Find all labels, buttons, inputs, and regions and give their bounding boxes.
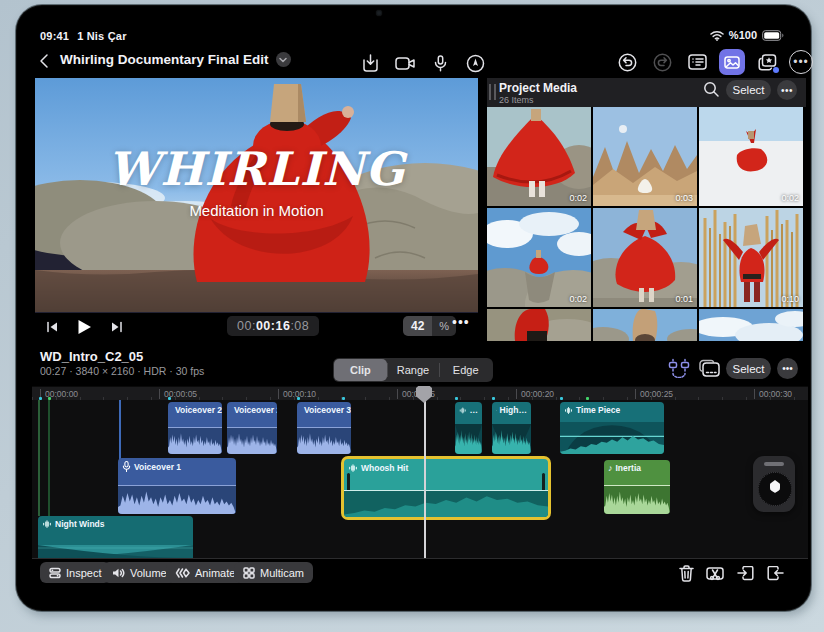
- timeline-clip-night-winds[interactable]: Night Winds: [38, 516, 193, 558]
- panel-title: Project Media: [499, 81, 577, 95]
- media-thumbnail[interactable]: 0:03: [593, 107, 697, 206]
- record-voiceover-icon[interactable]: [427, 50, 453, 76]
- jog-pointer: [770, 480, 780, 493]
- media-thumbnail[interactable]: 0:02: [487, 107, 591, 206]
- timeline-clip-whoosh-hit-selected[interactable]: Whoosh Hit: [341, 456, 551, 520]
- inspect-label: Inspect: [66, 567, 101, 579]
- timeline-tracks[interactable]: Voiceover 2 Voiceover 2 Voiceover 3 … Hi…: [32, 400, 808, 558]
- clip-duration: 0:10: [781, 294, 799, 304]
- footer-divider: [32, 558, 808, 559]
- video-title-overlay: WHIRLING: [35, 142, 478, 196]
- timeline-clip-name: WD_Intro_C2_05: [40, 349, 143, 364]
- title-menu-button[interactable]: [276, 52, 291, 67]
- effects-browser-icon[interactable]: [754, 49, 780, 75]
- ruler-label: 00:00:00: [40, 389, 78, 399]
- timeline-select-button[interactable]: Select: [726, 358, 771, 379]
- panel-drag-handle[interactable]: [489, 84, 496, 100]
- timeline-clip-voiceover3[interactable]: Voiceover 3: [297, 402, 351, 454]
- clip-label: Time Piece: [576, 405, 620, 415]
- inspect-button[interactable]: Inspect: [40, 562, 110, 583]
- undo-icon[interactable]: [614, 49, 640, 75]
- timeline-clip-inertia[interactable]: ♪Inertia: [604, 460, 670, 514]
- clip-label: Voiceover 2: [175, 405, 222, 415]
- timeline-clip-time-piece[interactable]: Time Piece: [560, 402, 664, 454]
- effects-badge: [773, 67, 779, 73]
- clip-browser-icon[interactable]: [699, 359, 720, 377]
- media-thumbnail[interactable]: [699, 309, 803, 341]
- media-thumbnail[interactable]: 0:02: [699, 107, 803, 206]
- timeline-clip-sfx[interactable]: …: [455, 402, 482, 454]
- redo-icon[interactable]: [649, 49, 675, 75]
- header-center-tools: [357, 50, 488, 76]
- media-more-icon[interactable]: •••: [777, 80, 797, 100]
- connections-icon[interactable]: [668, 358, 690, 378]
- date: 1 Nis Çar: [77, 30, 127, 42]
- media-browser-icon[interactable]: [719, 49, 745, 75]
- lane-edge-line: [48, 400, 50, 516]
- animate-label: Animate: [195, 567, 235, 579]
- clip-label: Whoosh Hit: [361, 463, 408, 473]
- export-icon[interactable]: [357, 50, 383, 76]
- media-thumbnail[interactable]: 0:01: [593, 208, 697, 307]
- multicam-button[interactable]: Multicam: [234, 562, 313, 583]
- selection-mode-control: Clip Range Edge: [333, 358, 493, 382]
- search-icon[interactable]: [703, 81, 720, 98]
- device-frame: 09:41 1 Nis Çar %100 Whirling Documentar…: [0, 0, 824, 632]
- volume-label: Volume: [130, 567, 167, 579]
- header-right-tools: •••: [614, 49, 813, 75]
- timeline-clip-voiceover1[interactable]: Voiceover 1: [118, 458, 236, 514]
- media-thumbnail[interactable]: 0:02: [487, 208, 591, 307]
- ruler-label: 00:00:05: [159, 389, 197, 399]
- timeline-clip-voiceover2[interactable]: Voiceover 2: [168, 402, 222, 454]
- jog-dial[interactable]: [758, 472, 792, 506]
- mode-range[interactable]: Range: [387, 359, 440, 381]
- clip-label: High…: [500, 405, 527, 415]
- media-select-button[interactable]: Select: [726, 80, 771, 100]
- project-title-bar[interactable]: Whirling Documentary Final Edit: [60, 52, 291, 67]
- mode-edge[interactable]: Edge: [439, 359, 492, 381]
- previous-frame-icon[interactable]: [40, 315, 64, 339]
- viewer-zoom-control[interactable]: 42 %: [403, 316, 456, 336]
- back-button[interactable]: [38, 53, 50, 69]
- clip-duration: 0:02: [569, 294, 587, 304]
- clip-label: Voiceover 2: [234, 405, 277, 415]
- ruler-label: 00:00:25: [635, 389, 673, 399]
- zoom-value[interactable]: 42: [403, 316, 432, 336]
- viewer-video: WHIRLING Meditation in Motion: [35, 78, 478, 313]
- next-frame-icon[interactable]: [104, 315, 128, 339]
- viewer-more-icon[interactable]: •••: [452, 314, 470, 330]
- media-thumbnail[interactable]: 0:10: [699, 208, 803, 307]
- multicam-label: Multicam: [260, 567, 304, 579]
- append-clip-icon[interactable]: [763, 561, 787, 585]
- animate-button[interactable]: Animate: [166, 562, 244, 583]
- battery-icon: [762, 30, 784, 41]
- panel-item-count: 26 Items: [499, 95, 534, 105]
- wifi-icon: [710, 30, 724, 41]
- more-options-icon[interactable]: •••: [789, 50, 813, 74]
- pencil-tools-icon[interactable]: [462, 50, 488, 76]
- timeline-clip-high[interactable]: High…: [492, 402, 531, 454]
- record-video-icon[interactable]: [392, 50, 418, 76]
- ruler-label: 00:00:30: [754, 389, 792, 399]
- volume-button[interactable]: Volume: [103, 562, 176, 583]
- insert-clip-icon[interactable]: [733, 561, 757, 585]
- media-thumbnail[interactable]: [593, 309, 697, 341]
- playhead-line[interactable]: [424, 400, 426, 558]
- blade-cut-icon[interactable]: [703, 561, 727, 585]
- volume-line[interactable]: [344, 490, 548, 491]
- timecode-display[interactable]: 00:00:16:08: [227, 316, 319, 336]
- delete-icon[interactable]: [674, 561, 698, 585]
- mode-clip[interactable]: Clip: [334, 359, 387, 381]
- timeline-clip-voiceover2[interactable]: Voiceover 2: [227, 402, 277, 454]
- media-thumbnail[interactable]: [487, 309, 591, 341]
- play-icon[interactable]: [72, 315, 96, 339]
- clip-duration: 0:03: [675, 193, 693, 203]
- inspector-panel-icon[interactable]: [684, 49, 710, 75]
- clip-connection-line: [119, 400, 121, 460]
- timeline-more-icon[interactable]: •••: [777, 358, 798, 379]
- timecode-prefix: 00:: [237, 319, 256, 333]
- clip-label: Voiceover 1: [134, 462, 181, 472]
- clip-label: Inertia: [616, 463, 642, 473]
- clip-label: Night Winds: [55, 519, 105, 529]
- jog-wheel[interactable]: [753, 456, 795, 512]
